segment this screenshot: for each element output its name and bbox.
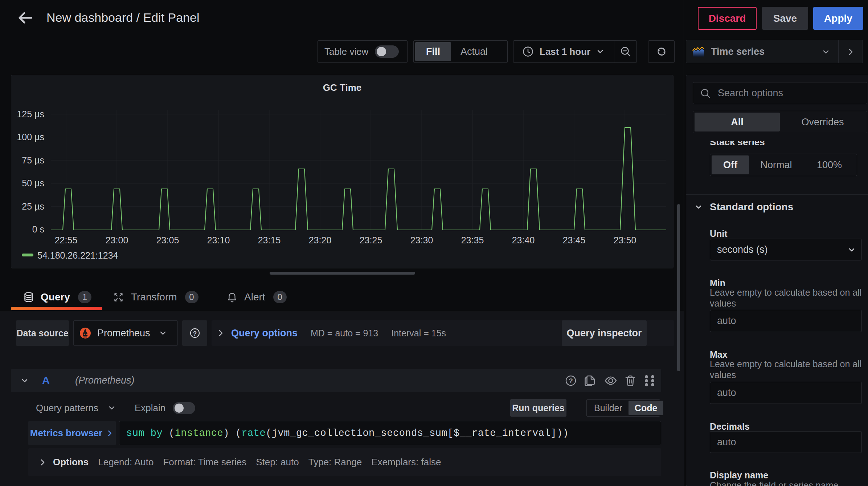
svg-text:22:55: 22:55 — [55, 235, 78, 245]
svg-text:100 µs: 100 µs — [17, 132, 44, 142]
svg-text:75 µs: 75 µs — [22, 155, 44, 165]
svg-text:23:10: 23:10 — [207, 235, 230, 245]
svg-text:23:35: 23:35 — [461, 235, 484, 245]
svg-text:0 s: 0 s — [32, 224, 44, 234]
svg-text:25 µs: 25 µs — [22, 201, 44, 211]
svg-text:?: ? — [193, 330, 196, 337]
svg-text:23:45: 23:45 — [563, 235, 586, 245]
svg-text:23:40: 23:40 — [512, 235, 535, 245]
svg-text:23:00: 23:00 — [106, 235, 128, 245]
svg-text:50 µs: 50 µs — [22, 178, 44, 188]
svg-text:23:20: 23:20 — [309, 235, 332, 245]
svg-text:23:05: 23:05 — [156, 235, 179, 245]
svg-text:125 µs: 125 µs — [17, 109, 44, 119]
svg-text:23:50: 23:50 — [614, 235, 636, 245]
svg-text:54.180.26.221:1234: 54.180.26.221:1234 — [37, 250, 118, 260]
svg-text:23:15: 23:15 — [258, 235, 281, 245]
svg-text:23:30: 23:30 — [410, 235, 433, 245]
svg-text:?: ? — [569, 377, 573, 385]
svg-text:23:25: 23:25 — [360, 235, 382, 245]
